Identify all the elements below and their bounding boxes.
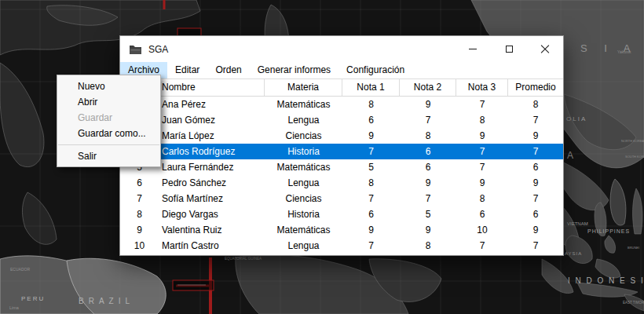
menu-orden[interactable]: Orden: [207, 62, 249, 78]
cell-promedio: 9: [508, 128, 563, 144]
map-label: EAST TIMOR: [623, 301, 644, 305]
header-nota3[interactable]: Nota 3: [456, 79, 508, 96]
cell-nombre: Sofía Martínez: [159, 191, 265, 206]
cell-nota1: 6: [342, 112, 400, 128]
header-nota1[interactable]: Nota 1: [342, 79, 400, 96]
file-menu-dropdown: Nuevo Abrir Guardar Guardar como... Sali…: [57, 75, 161, 167]
table-row[interactable]: 8 Diego Vargas Historia 6 5 6 6: [120, 206, 563, 222]
map-label: Lima: [9, 305, 20, 310]
table-row[interactable]: 4 Carlos Rodríguez Historia 7 6 7 7: [120, 144, 563, 159]
table-row[interactable]: 10 Martín Castro Lengua 7 8 7 7: [120, 238, 563, 254]
table-row[interactable]: 1 Ana Pérez Matemáticas 8 9 7 8: [120, 97, 563, 112]
cell-nota3: 7: [456, 144, 508, 159]
cell-nota3: 7: [456, 159, 508, 175]
minimize-button[interactable]: [455, 36, 491, 62]
cell-nota2: 8: [400, 238, 456, 254]
menu-configuracion[interactable]: Configuración: [338, 62, 412, 78]
cell-nota2: 9: [400, 175, 456, 191]
cell-row-number: 8: [120, 206, 159, 222]
cell-nota1: 9: [342, 222, 400, 238]
menu-item-guardar: Guardar: [57, 110, 160, 126]
maximize-button[interactable]: [491, 36, 527, 62]
cell-nota3: 8: [456, 112, 508, 128]
header-promedio[interactable]: Promedio: [508, 79, 563, 96]
cell-nota1: 9: [342, 128, 400, 144]
header-materia[interactable]: Materia: [265, 79, 342, 96]
cell-nota2: 7: [400, 191, 456, 206]
cell-row-number: 7: [120, 191, 159, 206]
cell-nombre: María López: [159, 128, 265, 144]
cell-materia: Ciencias: [265, 191, 342, 206]
map-label: PERU: [21, 295, 45, 302]
table-row[interactable]: 9 Valentina Ruiz Matemáticas 9 9 10 9: [120, 222, 563, 238]
cell-nota1: 7: [342, 238, 400, 254]
map-label: SOUTH KOREA: [625, 155, 644, 159]
cell-promedio: 9: [508, 175, 563, 191]
menu-item-guardar-como[interactable]: Guardar como...: [57, 126, 160, 141]
map-label: Yakutsk: [617, 49, 631, 54]
header-nombre[interactable]: Nombre: [159, 79, 265, 96]
cell-nombre: Pedro Sánchez: [159, 175, 265, 191]
map-label: A: [567, 150, 573, 161]
cell-nota3: 7: [456, 238, 508, 254]
cell-promedio: 8: [508, 97, 563, 112]
cell-promedio: 7: [508, 112, 563, 128]
cell-row-number: 6: [120, 175, 159, 191]
cell-materia: Matemáticas: [265, 97, 342, 112]
table-row[interactable]: 3 María López Ciencias 9 8 9 9: [120, 128, 563, 144]
cell-nota2: 8: [400, 128, 456, 144]
cell-nota2: 7: [400, 112, 456, 128]
menu-item-nuevo[interactable]: Nuevo: [57, 78, 160, 94]
table-body: 1 Ana Pérez Matemáticas 8 9 7 8 2 Juan G…: [120, 97, 563, 254]
close-button[interactable]: [527, 36, 563, 62]
cell-nombre: Juan Gómez: [159, 112, 265, 128]
maximize-icon: [506, 46, 513, 53]
cell-promedio: 9: [508, 222, 563, 238]
cell-nota3: 8: [456, 191, 508, 206]
window-title: SGA: [148, 44, 168, 55]
table-row[interactable]: 7 Sofía Martínez Ciencias 7 7 8 7: [120, 191, 563, 206]
map-label: PHILIPPINES: [587, 228, 630, 234]
cell-nota1: 7: [342, 144, 400, 159]
menu-editar[interactable]: Editar: [167, 62, 207, 78]
title-bar[interactable]: SGA: [120, 36, 563, 62]
cell-nombre: Laura Fernández: [159, 159, 265, 175]
cell-row-number: 9: [120, 222, 159, 238]
map-label: NORTH KOREA: [621, 139, 644, 143]
map-label: BRUNEI: [628, 246, 639, 250]
cell-promedio: 7: [508, 238, 563, 254]
menu-item-abrir[interactable]: Abrir: [57, 94, 160, 110]
cell-nota3: 9: [456, 128, 508, 144]
table-header: Nombre Materia Nota 1 Nota 2 Nota 3 Prom…: [120, 79, 563, 97]
minimize-icon: [469, 49, 477, 49]
cell-nota3: 10: [456, 222, 508, 238]
table-row[interactable]: 2 Juan Gómez Lengua 6 7 8 7: [120, 112, 563, 128]
cell-nota3: 9: [456, 175, 508, 191]
menu-generar-informes[interactable]: Generar informes: [250, 62, 338, 78]
table-row[interactable]: 5 Laura Fernández Matemáticas 5 6 7 6: [120, 159, 563, 175]
cell-materia: Lengua: [265, 112, 342, 128]
close-icon: [540, 45, 550, 54]
cell-materia: Ciencias: [265, 128, 342, 144]
map-label: VIETNAM: [567, 221, 588, 226]
cell-nota1: 8: [342, 97, 400, 112]
table-row[interactable]: 6 Pedro Sánchez Lengua 8 9 9 9: [120, 175, 563, 191]
menu-bar: Archivo Editar Orden Generar informes Co…: [120, 62, 563, 79]
cell-nota2: 6: [400, 159, 456, 175]
cell-nombre: Ana Pérez: [159, 97, 265, 112]
menu-item-salir[interactable]: Salir: [57, 148, 160, 164]
cell-promedio: 7: [508, 144, 563, 159]
cell-materia: Historia: [265, 206, 342, 222]
cell-nota2: 5: [400, 206, 456, 222]
cell-materia: Matemáticas: [265, 159, 342, 175]
cell-nombre: Martín Castro: [159, 238, 265, 254]
cell-nota3: 7: [456, 97, 508, 112]
header-nota2[interactable]: Nota 2: [400, 79, 456, 96]
cell-nota2: 9: [400, 222, 456, 238]
cell-nota2: 6: [400, 144, 456, 159]
map-label: EQUATORIAL GUINEA: [225, 257, 262, 261]
cell-nota1: 6: [342, 206, 400, 222]
cell-nombre: Valentina Ruiz: [159, 222, 265, 238]
map-label: OLIA: [566, 115, 587, 122]
cell-nota1: 7: [342, 191, 400, 206]
